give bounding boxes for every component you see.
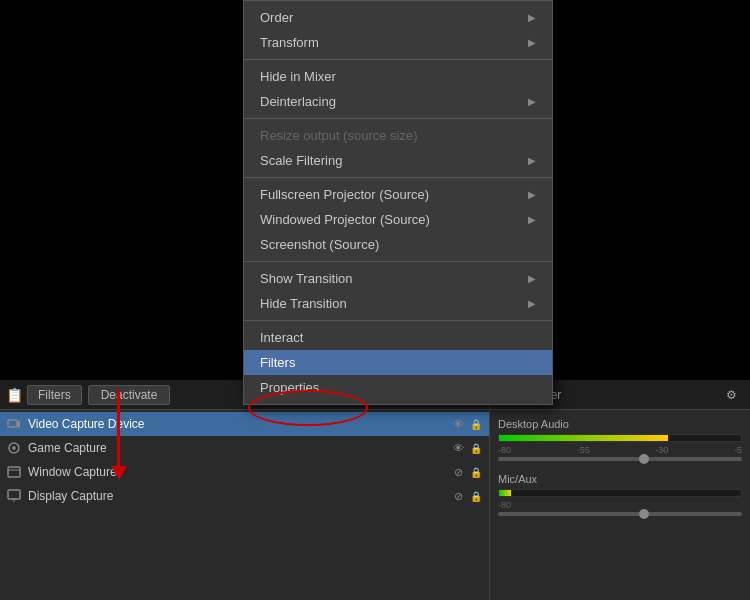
volume-thumb-1: [639, 509, 649, 519]
svg-rect-0: [8, 420, 17, 427]
menu-label-filters: Filters: [260, 355, 295, 370]
menu-item-transform[interactable]: Transform▶: [244, 30, 552, 55]
audio-channel-name-0: Desktop Audio: [498, 418, 742, 430]
lock-icon-3[interactable]: 🔒: [469, 491, 483, 502]
source-icon-0: [6, 416, 22, 432]
source-icon-1: [6, 440, 22, 456]
meter-container-1: [498, 489, 742, 497]
source-name-1: Game Capture: [28, 441, 445, 455]
meter-fill-0: [499, 435, 668, 441]
source-actions-2: ⊘🔒: [451, 466, 483, 479]
meter-label-0-3: -5: [734, 445, 742, 455]
menu-separator: [244, 320, 552, 321]
meter-bar-1: [498, 489, 742, 497]
menu-arrow-hide-transition: ▶: [528, 298, 536, 309]
volume-slider-0[interactable]: [498, 457, 742, 461]
sources-list: Video Capture Device👁🔒Game Capture👁🔒Wind…: [0, 410, 489, 510]
meter-labels-1: -80: [498, 500, 742, 510]
audio-channel-0: Desktop Audio-80-55-30-5: [490, 410, 750, 465]
meter-label-0-1: -55: [577, 445, 590, 455]
menu-label-interact: Interact: [260, 330, 303, 345]
source-name-3: Display Capture: [28, 489, 445, 503]
audio-channel-1: Mic/Aux-80: [490, 465, 750, 520]
menu-item-interact[interactable]: Interact: [244, 325, 552, 350]
menu-label-hide-in-mixer: Hide in Mixer: [260, 69, 336, 84]
source-item-3[interactable]: Display Capture⊘🔒: [0, 484, 489, 508]
visibility-icon-3[interactable]: ⊘: [451, 490, 465, 503]
menu-item-screenshot[interactable]: Screenshot (Source): [244, 232, 552, 257]
menu-label-order: Order: [260, 10, 293, 25]
source-actions-1: 👁🔒: [451, 442, 483, 454]
menu-label-resize-output: Resize output (source size): [260, 128, 418, 143]
menu-arrow-transform: ▶: [528, 37, 536, 48]
source-actions-3: ⊘🔒: [451, 490, 483, 503]
menu-item-resize-output: Resize output (source size): [244, 123, 552, 148]
audio-content: Desktop Audio-80-55-30-5Mic/Aux-80: [490, 410, 750, 520]
meter-bar-0: [498, 434, 742, 442]
meter-label-0-0: -80: [498, 445, 511, 455]
menu-arrow-order: ▶: [528, 12, 536, 23]
toolbar-left: 📋 Filters: [6, 385, 82, 405]
meter-container-0: [498, 434, 742, 442]
menu-label-deinterlacing: Deinterlacing: [260, 94, 336, 109]
meter-fill-1: [499, 490, 511, 496]
menu-arrow-show-transition: ▶: [528, 273, 536, 284]
menu-separator: [244, 59, 552, 60]
meter-track-0: [498, 434, 742, 442]
menu-label-windowed-projector: Windowed Projector (Source): [260, 212, 430, 227]
menu-label-hide-transition: Hide Transition: [260, 296, 347, 311]
menu-arrow-fullscreen-projector: ▶: [528, 189, 536, 200]
menu-arrow-windowed-projector: ▶: [528, 214, 536, 225]
svg-rect-3: [8, 467, 20, 477]
menu-item-windowed-projector[interactable]: Windowed Projector (Source)▶: [244, 207, 552, 232]
meter-label-0-2: -30: [655, 445, 668, 455]
visibility-icon-0[interactable]: 👁: [451, 418, 465, 430]
menu-label-screenshot: Screenshot (Source): [260, 237, 379, 252]
source-icon-2: [6, 464, 22, 480]
menu-item-fullscreen-projector[interactable]: Fullscreen Projector (Source)▶: [244, 182, 552, 207]
lock-icon-0[interactable]: 🔒: [469, 419, 483, 430]
menu-label-properties: Properties: [260, 380, 319, 395]
source-name-0: Video Capture Device: [28, 417, 445, 431]
context-menu[interactable]: Order▶Transform▶Hide in MixerDeinterlaci…: [243, 0, 553, 405]
menu-label-show-transition: Show Transition: [260, 271, 353, 286]
svg-rect-5: [8, 490, 20, 499]
menu-arrow-scale-filtering: ▶: [528, 155, 536, 166]
source-item-2[interactable]: Window Capture⊘🔒: [0, 460, 489, 484]
menu-label-scale-filtering: Scale Filtering: [260, 153, 342, 168]
meter-labels-0: -80-55-30-5: [498, 445, 742, 455]
menu-item-hide-in-mixer[interactable]: Hide in Mixer: [244, 64, 552, 89]
meter-label-1-0: -80: [498, 500, 511, 510]
volume-slider-1[interactable]: [498, 512, 742, 516]
menu-label-fullscreen-projector: Fullscreen Projector (Source): [260, 187, 429, 202]
audio-settings-button[interactable]: ⚙: [720, 384, 742, 406]
volume-thumb-0: [639, 454, 649, 464]
menu-item-deinterlacing[interactable]: Deinterlacing▶: [244, 89, 552, 114]
sources-section: 📋 Filters Deactivate Sc + − ⚙ Video Capt…: [0, 380, 490, 600]
source-icon-3: [6, 488, 22, 504]
source-item-1[interactable]: Game Capture👁🔒: [0, 436, 489, 460]
source-name-2: Window Capture: [28, 465, 445, 479]
menu-item-properties[interactable]: Properties: [244, 375, 552, 400]
menu-item-hide-transition[interactable]: Hide Transition▶: [244, 291, 552, 316]
deactivate-button[interactable]: Deactivate: [88, 385, 171, 405]
audio-section: Audio Mixer ⚙ Desktop Audio-80-55-30-5Mi…: [490, 380, 750, 600]
menu-item-show-transition[interactable]: Show Transition▶: [244, 266, 552, 291]
sources-icon: 📋: [6, 387, 23, 403]
menu-separator: [244, 118, 552, 119]
menu-item-order[interactable]: Order▶: [244, 5, 552, 30]
filters-tab-button[interactable]: Filters: [27, 385, 82, 405]
meter-track-1: [498, 489, 742, 497]
source-actions-0: 👁🔒: [451, 418, 483, 430]
lock-icon-2[interactable]: 🔒: [469, 467, 483, 478]
lock-icon-1[interactable]: 🔒: [469, 443, 483, 454]
menu-label-transform: Transform: [260, 35, 319, 50]
visibility-icon-2[interactable]: ⊘: [451, 466, 465, 479]
menu-arrow-deinterlacing: ▶: [528, 96, 536, 107]
source-item-0[interactable]: Video Capture Device👁🔒: [0, 412, 489, 436]
menu-item-filters[interactable]: Filters: [244, 350, 552, 375]
audio-channel-name-1: Mic/Aux: [498, 473, 742, 485]
visibility-icon-1[interactable]: 👁: [451, 442, 465, 454]
menu-item-scale-filtering[interactable]: Scale Filtering▶: [244, 148, 552, 173]
bottom-panel: 📋 Filters Deactivate Sc + − ⚙ Video Capt…: [0, 380, 750, 600]
